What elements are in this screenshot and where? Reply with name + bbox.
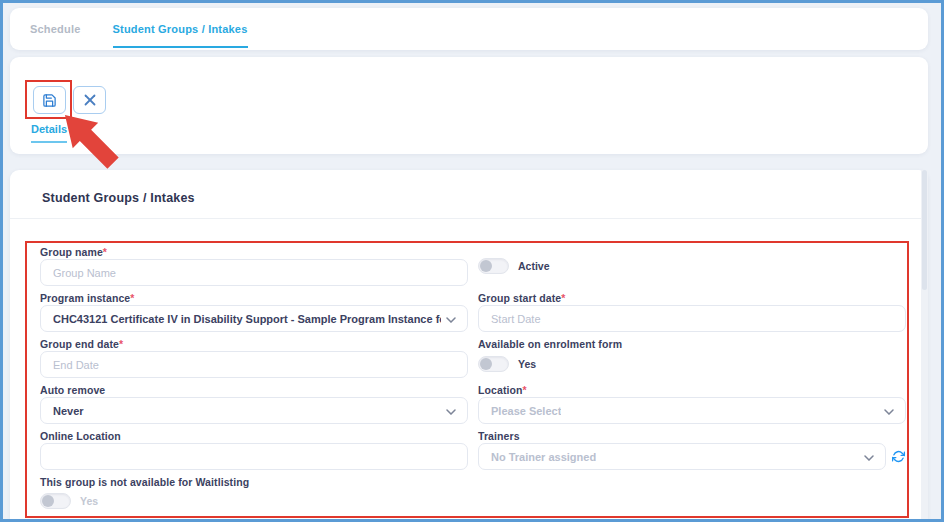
toggle-knob xyxy=(42,495,54,507)
chevron-down-icon xyxy=(446,313,456,325)
scrollbar[interactable] xyxy=(921,170,928,522)
auto-remove-value: Never xyxy=(53,405,84,417)
waitlisting-toggle-row: Yes xyxy=(40,493,98,509)
required-asterisk: * xyxy=(119,338,123,350)
group-start-date-label: Group start date* xyxy=(478,292,906,304)
program-instance-select[interactable]: CHC43121 Certificate IV in Disability Su… xyxy=(40,305,468,332)
page: Schedule Student Groups / Intakes Detail… xyxy=(0,0,944,522)
program-instance-label: Program instance* xyxy=(40,292,468,304)
location-label: Location* xyxy=(478,384,906,396)
required-asterisk: * xyxy=(103,246,107,258)
enrolment-toggle-row: Yes xyxy=(478,356,536,372)
enrolment-toggle-label: Yes xyxy=(518,358,536,370)
required-asterisk: * xyxy=(561,292,565,304)
trainers-select[interactable]: No Trainer assigned xyxy=(478,443,886,470)
field-location: Location* Please Select xyxy=(478,384,906,424)
panel-divider xyxy=(10,218,928,219)
field-online-location: Online Location xyxy=(40,430,468,470)
available-on-enrolment-label: Available on enrolment form xyxy=(478,338,906,350)
field-program-instance: Program instance* CHC43121 Certificate I… xyxy=(40,292,468,332)
field-waitlisting: This group is not available for Waitlist… xyxy=(40,476,468,489)
chevron-down-icon xyxy=(446,405,456,417)
field-group-name: Group name* xyxy=(40,246,468,286)
save-button[interactable] xyxy=(33,86,66,114)
close-button[interactable] xyxy=(73,86,106,114)
tab-details[interactable]: Details xyxy=(31,123,67,143)
required-asterisk: * xyxy=(130,292,134,304)
online-location-label: Online Location xyxy=(40,430,468,442)
available-on-enrolment-toggle[interactable] xyxy=(478,356,509,372)
location-placeholder: Please Select xyxy=(491,405,561,417)
active-toggle[interactable] xyxy=(478,258,509,274)
toggle-knob xyxy=(480,260,492,272)
field-group-start-date: Group start date* xyxy=(478,292,906,332)
auto-remove-label: Auto remove xyxy=(40,384,468,396)
group-name-input[interactable] xyxy=(40,259,468,286)
active-toggle-row: Active xyxy=(478,258,550,274)
refresh-trainers-button[interactable] xyxy=(892,450,906,464)
group-end-date-input[interactable] xyxy=(40,351,468,378)
field-trainers: Trainers No Trainer assigned xyxy=(478,430,906,470)
auto-remove-select[interactable]: Never xyxy=(40,397,468,424)
field-group-end-date: Group end date* xyxy=(40,338,468,378)
waitlisting-toggle[interactable] xyxy=(40,493,71,509)
chevron-down-icon xyxy=(864,451,874,463)
program-instance-value: CHC43121 Certificate IV in Disability Su… xyxy=(53,313,441,325)
panel-title: Student Groups / Intakes xyxy=(42,191,195,205)
trainers-label: Trainers xyxy=(478,430,906,442)
waitlisting-label: This group is not available for Waitlist… xyxy=(40,476,468,488)
toolbar-card: Details xyxy=(10,57,928,154)
group-name-label: Group name* xyxy=(40,246,468,258)
chevron-down-icon xyxy=(884,405,894,417)
scrollbar-thumb[interactable] xyxy=(922,170,927,290)
refresh-icon xyxy=(892,450,906,463)
field-available-on-enrolment: Available on enrolment form xyxy=(478,338,906,351)
location-select[interactable]: Please Select xyxy=(478,397,906,424)
tab-schedule[interactable]: Schedule xyxy=(30,8,81,48)
group-start-date-input[interactable] xyxy=(478,305,906,332)
close-icon xyxy=(84,94,96,106)
online-location-input[interactable] xyxy=(40,443,468,470)
required-asterisk: * xyxy=(523,384,527,396)
group-end-date-label: Group end date* xyxy=(40,338,468,350)
toggle-knob xyxy=(480,358,492,370)
waitlisting-toggle-label: Yes xyxy=(80,495,98,507)
save-icon xyxy=(42,93,57,108)
tab-bar: Schedule Student Groups / Intakes xyxy=(10,8,928,50)
active-toggle-label: Active xyxy=(518,260,550,272)
trainers-placeholder: No Trainer assigned xyxy=(491,451,596,463)
field-auto-remove: Auto remove Never xyxy=(40,384,468,424)
tab-student-groups-intakes[interactable]: Student Groups / Intakes xyxy=(113,8,248,48)
